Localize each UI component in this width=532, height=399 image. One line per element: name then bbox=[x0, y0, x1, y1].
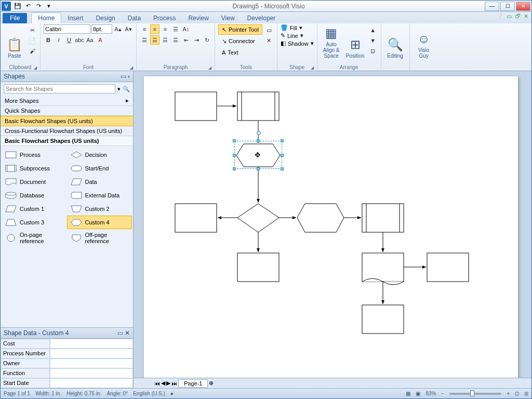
font-launcher[interactable]: ◢ bbox=[130, 65, 133, 70]
font-name-combo[interactable]: Calibri bbox=[44, 24, 90, 34]
resize-handle-s[interactable] bbox=[257, 167, 260, 170]
align-right-button[interactable]: ☰ bbox=[161, 35, 170, 45]
resize-handle-ne[interactable] bbox=[281, 139, 284, 142]
help-icon[interactable]: ❔ bbox=[496, 13, 503, 20]
shape-launcher[interactable]: ◢ bbox=[311, 65, 314, 70]
stencil-basic-flowchart[interactable]: Basic Flowchart Shapes (US units) bbox=[1, 116, 133, 126]
drawing-page[interactable]: ✥ bbox=[144, 76, 518, 378]
shapedata-value[interactable] bbox=[50, 349, 133, 358]
cut-button[interactable]: ✂ bbox=[28, 25, 37, 35]
align-bottom-button[interactable]: ≡ bbox=[161, 24, 170, 34]
resize-handle-n[interactable] bbox=[257, 139, 260, 142]
selection-box[interactable]: ✥ bbox=[234, 141, 282, 169]
auto-align-button[interactable]: ▦ Auto Align & Space bbox=[321, 24, 342, 59]
shape-item-custom-2[interactable]: Custom 2 bbox=[67, 202, 132, 216]
strike-button[interactable]: abc bbox=[75, 35, 84, 45]
ribbon-restore-icon[interactable]: 🗗 bbox=[515, 13, 521, 20]
shape-item-start-end[interactable]: Start/End bbox=[67, 162, 132, 175]
shadow-button[interactable]: ◧Shadow▾ bbox=[281, 40, 314, 47]
resize-handle-e[interactable] bbox=[281, 154, 284, 157]
shape-item-database[interactable]: Database bbox=[2, 189, 67, 202]
zoom-slider[interactable] bbox=[449, 393, 501, 395]
pointer-tool-button[interactable]: ↖Pointer Tool bbox=[218, 24, 262, 35]
fit-page-icon[interactable]: ⊡ bbox=[515, 391, 519, 396]
align-top-button[interactable]: ≡ bbox=[140, 24, 149, 34]
status-zoom[interactable]: 83% bbox=[425, 391, 436, 396]
close-button[interactable]: ✕ bbox=[516, 2, 530, 11]
tab-design[interactable]: Design bbox=[89, 13, 121, 23]
line-button[interactable]: ✎Line▾ bbox=[281, 32, 314, 39]
tab-data[interactable]: Data bbox=[122, 13, 147, 23]
shapedata-close-icon[interactable]: ✕ bbox=[125, 329, 130, 337]
send-back-button[interactable]: ▼ bbox=[368, 36, 378, 45]
save-button[interactable]: 💾 bbox=[13, 2, 22, 11]
zoom-in-button[interactable]: + bbox=[507, 391, 510, 396]
resize-handle-nw[interactable] bbox=[233, 139, 236, 142]
new-page-icon[interactable]: ⊕ bbox=[209, 380, 214, 387]
view-normal-icon[interactable]: ▦ bbox=[406, 391, 410, 396]
status-lang[interactable]: English (U.S.) bbox=[133, 391, 165, 396]
rotate-text-button[interactable]: ↻ bbox=[202, 35, 211, 45]
tab-process[interactable]: Process bbox=[147, 13, 182, 23]
shape-item-custom-3[interactable]: Custom 3 bbox=[2, 216, 67, 229]
doc-close-icon[interactable]: ✕ bbox=[524, 13, 528, 20]
shape-item-document[interactable]: Document bbox=[2, 175, 67, 189]
fill-button[interactable]: 🪣Fill▾ bbox=[281, 24, 314, 31]
decrease-indent-button[interactable]: ⇤ bbox=[181, 35, 191, 45]
ribbon-minimize-icon[interactable]: ▭ bbox=[507, 13, 512, 20]
delete-tool-button[interactable]: ✕ bbox=[264, 36, 274, 45]
shape-item-off-page-reference[interactable]: Off-page reference bbox=[67, 229, 132, 247]
search-dropdown-icon[interactable]: ▾ bbox=[117, 86, 121, 92]
shape-item-process[interactable]: Process bbox=[2, 148, 67, 162]
qat-more-button[interactable]: ▾ bbox=[44, 2, 54, 11]
search-input[interactable] bbox=[4, 84, 115, 94]
zoom-out-button[interactable]: − bbox=[441, 391, 444, 396]
position-button[interactable]: ⊞ Position bbox=[344, 24, 366, 59]
tab-view[interactable]: View bbox=[215, 13, 241, 23]
macro-record-icon[interactable]: ● bbox=[170, 391, 174, 396]
bring-front-button[interactable]: ▲ bbox=[368, 25, 378, 35]
shape-item-custom-1[interactable]: Custom 1 bbox=[2, 202, 67, 216]
rotation-handle[interactable] bbox=[257, 131, 261, 135]
bullets-button[interactable]: ☰ bbox=[171, 24, 180, 34]
shape-item-data[interactable]: Data bbox=[67, 175, 132, 189]
paragraph-launcher[interactable]: ◢ bbox=[208, 65, 211, 70]
tab-nav-first[interactable]: ⏮ bbox=[154, 380, 160, 387]
shape-item-external-data[interactable]: External Data bbox=[67, 189, 132, 202]
paste-button[interactable]: 📋 Paste bbox=[4, 24, 25, 59]
redo-button[interactable]: ↷ bbox=[34, 2, 43, 11]
tab-home[interactable]: Home bbox=[31, 12, 61, 23]
resize-handle-sw[interactable] bbox=[233, 167, 236, 170]
pan-zoom-icon[interactable]: ⊞ bbox=[524, 391, 528, 396]
zoom-thumb[interactable] bbox=[470, 390, 474, 396]
align-left-button[interactable]: ☰ bbox=[140, 35, 149, 45]
page-tab-1[interactable]: Page-1 bbox=[178, 379, 208, 388]
shape-item-decision[interactable]: Decision bbox=[67, 148, 132, 162]
increase-indent-button[interactable]: ⇥ bbox=[192, 35, 201, 45]
group-button[interactable]: ⊡ bbox=[368, 46, 378, 56]
tab-developer[interactable]: Developer bbox=[241, 13, 282, 23]
undo-button[interactable]: ↶ bbox=[23, 2, 33, 11]
shape-item-subprocess[interactable]: Subprocess bbox=[2, 162, 67, 175]
format-painter-button[interactable]: 🖌 bbox=[28, 46, 37, 56]
tab-nav-next[interactable]: ▶ bbox=[166, 380, 170, 387]
canvas-scroll[interactable]: ✥ bbox=[134, 71, 531, 378]
resize-handle-w[interactable] bbox=[233, 154, 236, 157]
shapedata-menu-icon[interactable]: ▭ bbox=[117, 329, 123, 337]
text-tool-button[interactable]: AText bbox=[218, 47, 262, 58]
maximize-button[interactable]: ☐ bbox=[500, 2, 515, 11]
tab-nav-last[interactable]: ⏭ bbox=[171, 380, 177, 387]
quick-shapes-row[interactable]: Quick Shapes bbox=[1, 106, 133, 116]
font-color-button[interactable]: A bbox=[96, 35, 105, 45]
italic-button[interactable]: I bbox=[54, 35, 63, 45]
shrink-font-button[interactable]: A▾ bbox=[124, 24, 133, 34]
minimize-button[interactable]: — bbox=[485, 2, 499, 11]
shapedata-value[interactable] bbox=[50, 358, 133, 368]
underline-button[interactable]: U bbox=[64, 35, 74, 45]
copy-button[interactable]: 📄 bbox=[28, 36, 37, 45]
more-shapes-row[interactable]: More Shapes▸ bbox=[1, 96, 133, 106]
shape-item-on-page-reference[interactable]: On-page reference bbox=[2, 229, 67, 247]
tab-review[interactable]: Review bbox=[182, 13, 215, 23]
search-icon[interactable]: 🔍 bbox=[123, 86, 130, 92]
align-middle-button[interactable]: ≡ bbox=[150, 24, 159, 34]
